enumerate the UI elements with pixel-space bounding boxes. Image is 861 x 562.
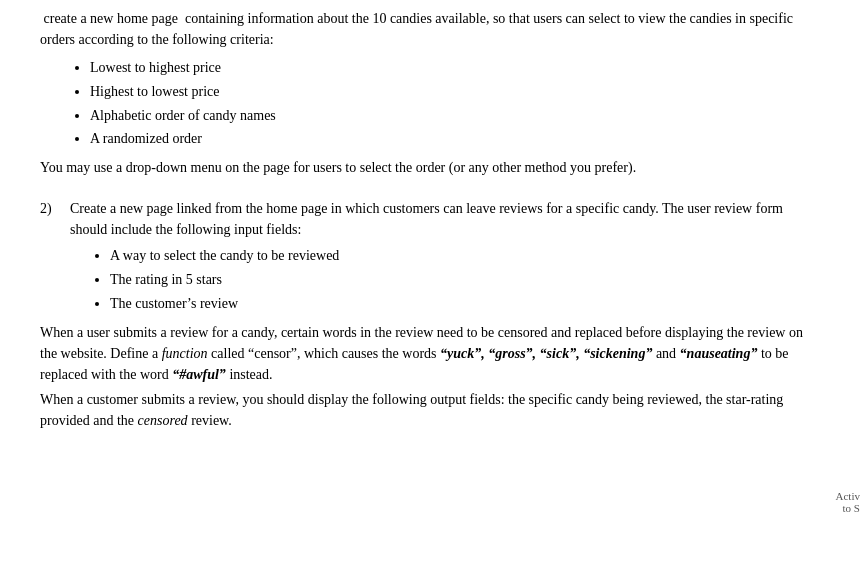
para1-awful: “#awful” xyxy=(172,367,226,382)
side-panel: Activ to S xyxy=(830,0,860,562)
follow-up-paragraph: You may use a drop-down menu on the page… xyxy=(40,157,810,178)
para1-instead: instead. xyxy=(226,367,273,382)
main-content: create a new home page containing inform… xyxy=(0,0,830,562)
criteria-list: Lowest to highest price Highest to lowes… xyxy=(90,56,810,151)
para1-bold-italic2: “nauseating” xyxy=(680,346,758,361)
list-item: A randomized order xyxy=(90,127,810,151)
section-number: 2) xyxy=(40,198,60,240)
review-fields-list: A way to select the candy to be reviewed… xyxy=(110,244,810,315)
censor-paragraph: When a user submits a review for a candy… xyxy=(40,322,810,385)
para1-bold-italic1: “yuck”, “gross”, “sick”, “sickening” xyxy=(440,346,652,361)
section-2-heading: Create a new page linked from the home p… xyxy=(70,198,810,240)
list-item: Lowest to highest price xyxy=(90,56,810,80)
para2-end: review. xyxy=(188,413,232,428)
output-paragraph: When a customer submits a review, you sh… xyxy=(40,389,810,431)
list-item: A way to select the candy to be reviewed xyxy=(110,244,810,268)
activ-label: Activ xyxy=(836,490,860,502)
intro-paragraph: create a new home page containing inform… xyxy=(40,8,810,50)
page-container: create a new home page containing inform… xyxy=(0,0,861,562)
para2-pre: When a customer submits a review, you sh… xyxy=(40,392,572,407)
para1-mid: called “censor”, which causes the words xyxy=(208,346,440,361)
section-2-header: 2) Create a new page linked from the hom… xyxy=(40,198,810,240)
list-item: The rating in 5 stars xyxy=(110,268,810,292)
intro-prefix: create a new home page xyxy=(40,11,178,26)
list-item: The customer’s review xyxy=(110,292,810,316)
para2-censored: censored xyxy=(138,413,188,428)
para1-italic: function xyxy=(162,346,208,361)
list-item: Highest to lowest price xyxy=(90,80,810,104)
section-2: 2) Create a new page linked from the hom… xyxy=(40,198,810,430)
list-item: Alphabetic order of candy names xyxy=(90,104,810,128)
to-label: to S xyxy=(843,502,860,514)
para1-and: and xyxy=(652,346,679,361)
